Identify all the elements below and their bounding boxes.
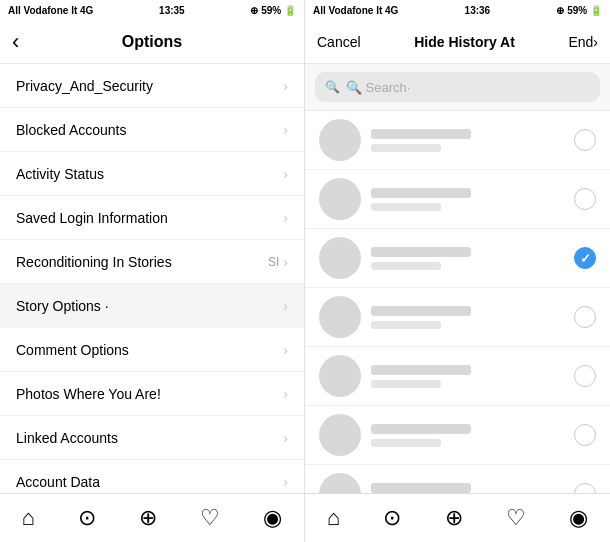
menu-item-account-data[interactable]: Account Data› (0, 460, 304, 493)
menu-item-photos-where[interactable]: Photos Where You Are!› (0, 372, 304, 416)
contact-name-bar-6 (371, 483, 471, 493)
contact-info-1 (371, 188, 471, 211)
contact-item-5[interactable] (305, 406, 610, 465)
contact-item-1[interactable] (305, 170, 610, 229)
search-placeholder: 🔍 Search· (346, 80, 410, 95)
chevron-icon-saved-login: › (283, 210, 288, 226)
menu-item-right-linked: › (283, 430, 288, 446)
menu-item-right-account-data: › (283, 474, 288, 490)
contact-sub-bar-0 (371, 144, 441, 152)
menu-item-right-activity: › (283, 166, 288, 182)
back-button[interactable]: ‹ (12, 31, 19, 53)
contact-info-4 (371, 365, 471, 388)
menu-item-privacy[interactable]: Privacy_And_Security› (0, 64, 304, 108)
dialog-title: Hide History At (414, 34, 515, 50)
contact-left-6 (319, 473, 471, 493)
radio-1[interactable] (574, 188, 596, 210)
menu-item-label-activity: Activity Status (16, 166, 104, 182)
contact-info-0 (371, 129, 471, 152)
status-bar-right: All Vodafone It 4G 13:36 ⊕ 59% 🔋 (305, 0, 610, 20)
contact-info-3 (371, 306, 471, 329)
menu-item-story-options[interactable]: Story Options ·› (0, 284, 304, 328)
chevron-icon-blocked: › (283, 122, 288, 138)
add-icon-right[interactable]: ⊕ (445, 505, 463, 531)
menu-item-label-comment: Comment Options (16, 342, 129, 358)
avatar-1 (319, 178, 361, 220)
icons-right: ⊕ 59% 🔋 (556, 5, 602, 16)
chevron-icon-activity: › (283, 166, 288, 182)
contact-left-0 (319, 119, 471, 161)
menu-item-label-saved-login: Saved Login Information (16, 210, 168, 226)
heart-icon-right[interactable]: ♡ (506, 505, 526, 531)
menu-item-blocked[interactable]: Blocked Accounts› (0, 108, 304, 152)
search-bar[interactable]: 🔍 🔍 Search· (315, 72, 600, 102)
radio-4[interactable] (574, 365, 596, 387)
avatar-3 (319, 296, 361, 338)
contact-name-bar-4 (371, 365, 471, 375)
chevron-icon-privacy: › (283, 78, 288, 94)
contact-item-6[interactable] (305, 465, 610, 493)
profile-icon-right[interactable]: ◉ (569, 505, 588, 531)
contact-item-4[interactable] (305, 347, 610, 406)
carrier-left: All Vodafone It 4G (8, 5, 93, 16)
menu-item-label-account-data: Account Data (16, 474, 100, 490)
search-icon-right[interactable]: ⊙ (383, 505, 401, 531)
radio-6[interactable] (574, 483, 596, 493)
menu-item-comment[interactable]: Comment Options› (0, 328, 304, 372)
search-icon[interactable]: ⊙ (78, 505, 96, 531)
menu-item-saved-login[interactable]: Saved Login Information› (0, 196, 304, 240)
menu-item-label-privacy: Privacy_And_Security (16, 78, 153, 94)
contact-sub-bar-2 (371, 262, 441, 270)
home-icon[interactable]: ⌂ (22, 505, 35, 531)
menu-item-label-linked: Linked Accounts (16, 430, 118, 446)
cancel-button[interactable]: Cancel (317, 34, 361, 50)
time-right: 13:36 (465, 5, 491, 16)
menu-item-reconditioning[interactable]: Reconditioning In StoriesSI› (0, 240, 304, 284)
search-icon: 🔍 (325, 80, 340, 94)
avatar-2 (319, 237, 361, 279)
chevron-icon-story-options: › (283, 298, 288, 314)
home-icon-right[interactable]: ⌂ (327, 505, 340, 531)
right-nav-header: Cancel Hide History At End› (305, 20, 610, 64)
radio-2[interactable] (574, 247, 596, 269)
menu-item-right-saved-login: › (283, 210, 288, 226)
radio-5[interactable] (574, 424, 596, 446)
end-button[interactable]: End› (568, 34, 598, 50)
contact-sub-bar-4 (371, 380, 441, 388)
nav-header-left: ‹ Options (0, 20, 304, 64)
contact-item-0[interactable] (305, 111, 610, 170)
contact-item-3[interactable] (305, 288, 610, 347)
contact-left-5 (319, 414, 471, 456)
chevron-icon-comment: › (283, 342, 288, 358)
menu-item-linked[interactable]: Linked Accounts› (0, 416, 304, 460)
radio-3[interactable] (574, 306, 596, 328)
carrier-right: All Vodafone It 4G (313, 5, 398, 16)
chevron-icon-account-data: › (283, 474, 288, 490)
avatar-0 (319, 119, 361, 161)
contact-item-2[interactable] (305, 229, 610, 288)
avatar-4 (319, 355, 361, 397)
menu-item-right-reconditioning: SI› (268, 254, 288, 270)
radio-0[interactable] (574, 129, 596, 151)
contact-info-5 (371, 424, 471, 447)
add-icon[interactable]: ⊕ (139, 505, 157, 531)
menu-item-label-story-options: Story Options · (16, 298, 109, 314)
bottom-nav-right: ⌂ ⊙ ⊕ ♡ ◉ (305, 493, 610, 542)
profile-icon[interactable]: ◉ (263, 505, 282, 531)
page-title: Options (122, 33, 182, 51)
contact-info-6 (371, 483, 471, 494)
menu-list: Privacy_And_Security›Blocked Accounts›Ac… (0, 64, 304, 493)
menu-item-activity[interactable]: Activity Status› (0, 152, 304, 196)
contact-left-3 (319, 296, 471, 338)
menu-item-label-reconditioning: Reconditioning In Stories (16, 254, 172, 270)
menu-item-right-photos-where: › (283, 386, 288, 402)
icons-left: ⊕ 59% 🔋 (250, 5, 296, 16)
contact-sub-bar-5 (371, 439, 441, 447)
menu-item-right-privacy: › (283, 78, 288, 94)
contact-left-4 (319, 355, 471, 397)
heart-icon[interactable]: ♡ (200, 505, 220, 531)
menu-item-right-blocked: › (283, 122, 288, 138)
contact-name-bar-5 (371, 424, 471, 434)
contact-left-2 (319, 237, 471, 279)
contact-name-bar-0 (371, 129, 471, 139)
